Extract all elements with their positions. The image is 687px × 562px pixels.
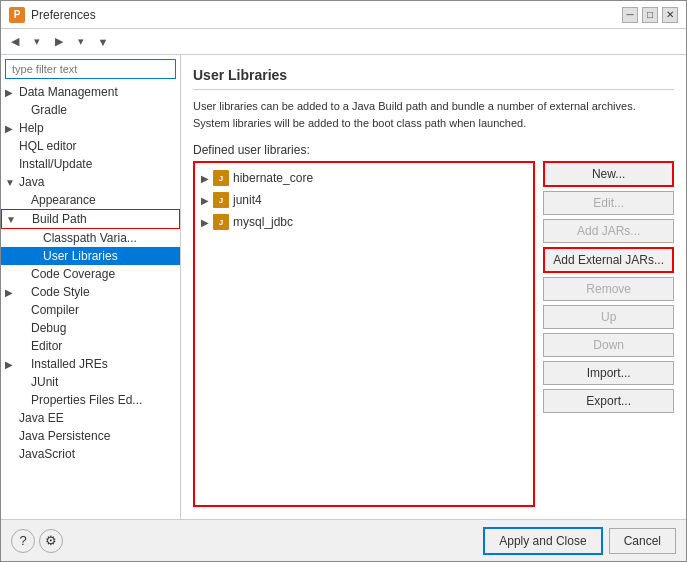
lib-expand-icon: ▶ [201, 217, 213, 228]
remove-button[interactable]: Remove [543, 277, 674, 301]
sidebar-item-label: JavaScriot [19, 447, 75, 461]
sidebar-item-label: Java [19, 175, 44, 189]
sidebar-item-debug[interactable]: Debug [1, 319, 180, 337]
title-bar: P Preferences ─ □ ✕ [1, 1, 686, 29]
sidebar-item-java[interactable]: ▼ Java [1, 173, 180, 191]
defined-libs-label: Defined user libraries: [193, 143, 674, 157]
lib-name: junit4 [233, 193, 262, 207]
main-content: ▶ Data Management Gradle ▶ Help HQL edit… [1, 55, 686, 519]
sidebar-item-label: Editor [31, 339, 62, 353]
forward-button[interactable]: ▶ [49, 32, 69, 52]
sidebar: ▶ Data Management Gradle ▶ Help HQL edit… [1, 55, 181, 519]
sidebar-item-label: Code Style [31, 285, 90, 299]
bottom-bar: ? ⚙ Apply and Close Cancel [1, 519, 686, 561]
libraries-list: ▶ J hibernate_core ▶ J junit4 ▶ J mysql_… [193, 161, 535, 507]
sidebar-item-label: Data Management [19, 85, 118, 99]
action-buttons: New... Edit... Add JARs... Add External … [543, 161, 674, 507]
lib-expand-icon: ▶ [201, 195, 213, 206]
add-jars-button[interactable]: Add JARs... [543, 219, 674, 243]
search-input[interactable] [5, 59, 176, 79]
jar-icon: J [213, 214, 229, 230]
jar-icon: J [213, 192, 229, 208]
sidebar-item-label: Help [19, 121, 44, 135]
cancel-button[interactable]: Cancel [609, 528, 676, 554]
sidebar-item-label: User Libraries [43, 249, 118, 263]
sidebar-item-label: Compiler [31, 303, 79, 317]
arrow-icon: ▼ [6, 214, 18, 225]
sidebar-item-label: Properties Files Ed... [31, 393, 142, 407]
help-button[interactable]: ? [11, 529, 35, 553]
sidebar-item-install-update[interactable]: Install/Update [1, 155, 180, 173]
down-button[interactable]: Down [543, 333, 674, 357]
sidebar-item-junit[interactable]: JUnit [1, 373, 180, 391]
sidebar-item-label: Java EE [19, 411, 64, 425]
libs-content: ▶ J hibernate_core ▶ J junit4 ▶ J mysql_… [193, 161, 674, 507]
sidebar-item-label: Install/Update [19, 157, 92, 171]
new-button[interactable]: New... [543, 161, 674, 187]
sidebar-item-label: JUnit [31, 375, 58, 389]
maximize-button[interactable]: □ [642, 7, 658, 23]
sidebar-item-classpath-variables[interactable]: Classpath Varia... [1, 229, 180, 247]
sidebar-item-help[interactable]: ▶ Help [1, 119, 180, 137]
sidebar-item-build-path[interactable]: ▼ Build Path [1, 209, 180, 229]
sidebar-item-compiler[interactable]: Compiler [1, 301, 180, 319]
window-title: Preferences [31, 8, 622, 22]
arrow-icon: ▼ [5, 177, 17, 188]
minimize-button[interactable]: ─ [622, 7, 638, 23]
sidebar-item-code-coverage[interactable]: Code Coverage [1, 265, 180, 283]
sidebar-item-label: Java Persistence [19, 429, 110, 443]
sidebar-item-hql-editor[interactable]: HQL editor [1, 137, 180, 155]
add-external-jars-button[interactable]: Add External JARs... [543, 247, 674, 273]
jar-icon: J [213, 170, 229, 186]
lib-expand-icon: ▶ [201, 173, 213, 184]
panel-title: User Libraries [193, 67, 674, 90]
bottom-left-controls: ? ⚙ [11, 529, 477, 553]
sidebar-item-editor[interactable]: Editor [1, 337, 180, 355]
edit-button[interactable]: Edit... [543, 191, 674, 215]
tree-container: ▶ Data Management Gradle ▶ Help HQL edit… [1, 83, 180, 519]
sidebar-item-label: Installed JREs [31, 357, 108, 371]
back-button[interactable]: ◀ [5, 32, 25, 52]
sidebar-item-java-persistence[interactable]: Java Persistence [1, 427, 180, 445]
sidebar-item-label: Gradle [31, 103, 67, 117]
sidebar-item-properties-files[interactable]: Properties Files Ed... [1, 391, 180, 409]
lib-item-junit4[interactable]: ▶ J junit4 [199, 189, 529, 211]
menu-button[interactable]: ▼ [93, 32, 113, 52]
sidebar-item-label: HQL editor [19, 139, 77, 153]
arrow-icon: ▶ [5, 287, 17, 298]
window-controls: ─ □ ✕ [622, 7, 678, 23]
apply-close-button[interactable]: Apply and Close [483, 527, 602, 555]
forward-dropdown2-button[interactable]: ▾ [71, 32, 91, 52]
lib-item-hibernate-core[interactable]: ▶ J hibernate_core [199, 167, 529, 189]
close-button[interactable]: ✕ [662, 7, 678, 23]
right-panel: User Libraries User libraries can be add… [181, 55, 686, 519]
sidebar-item-user-libraries[interactable]: User Libraries [1, 247, 180, 265]
sidebar-item-java-ee[interactable]: Java EE [1, 409, 180, 427]
panel-description: User libraries can be added to a Java Bu… [193, 98, 674, 131]
sidebar-item-label: Build Path [32, 212, 87, 226]
preferences-window: P Preferences ─ □ ✕ ◀ ▾ ▶ ▾ ▼ ▶ Data Man… [0, 0, 687, 562]
app-icon: P [9, 7, 25, 23]
sidebar-item-appearance[interactable]: Appearance [1, 191, 180, 209]
lib-name: mysql_jdbc [233, 215, 293, 229]
sidebar-item-label: Code Coverage [31, 267, 115, 281]
arrow-icon: ▶ [5, 123, 17, 134]
arrow-icon: ▶ [5, 87, 17, 98]
export-button[interactable]: Export... [543, 389, 674, 413]
import-button[interactable]: Import... [543, 361, 674, 385]
sidebar-item-code-style[interactable]: ▶ Code Style [1, 283, 180, 301]
lib-item-mysql-jdbc[interactable]: ▶ J mysql_jdbc [199, 211, 529, 233]
sidebar-item-label: Debug [31, 321, 66, 335]
help-icon: ? [19, 533, 26, 548]
preferences-button[interactable]: ⚙ [39, 529, 63, 553]
lib-name: hibernate_core [233, 171, 313, 185]
toolbar: ◀ ▾ ▶ ▾ ▼ [1, 29, 686, 55]
forward-dropdown-button[interactable]: ▾ [27, 32, 47, 52]
sidebar-item-installed-jres[interactable]: ▶ Installed JREs [1, 355, 180, 373]
up-button[interactable]: Up [543, 305, 674, 329]
sidebar-item-label: Classpath Varia... [43, 231, 137, 245]
sidebar-item-data-management[interactable]: ▶ Data Management [1, 83, 180, 101]
sidebar-item-javascript[interactable]: JavaScriot [1, 445, 180, 463]
sidebar-item-label: Appearance [31, 193, 96, 207]
sidebar-item-gradle[interactable]: Gradle [1, 101, 180, 119]
